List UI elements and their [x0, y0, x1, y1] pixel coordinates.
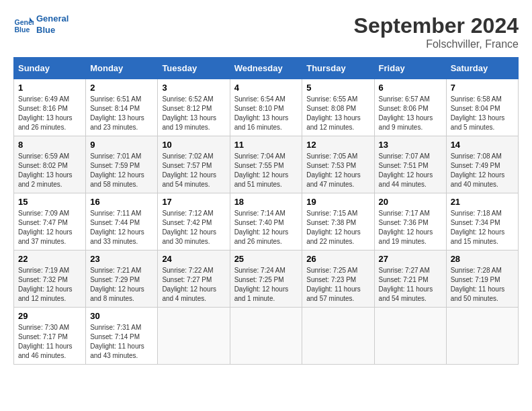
day-number-18: 18	[234, 197, 298, 207]
header: General Blue General Blue September 2024…	[13, 13, 519, 50]
day-cell-30: 30Sunrise: 7:31 AMSunset: 7:14 PMDayligh…	[86, 308, 158, 365]
day-number-29: 29	[18, 311, 81, 321]
location-title: Folschviller, France	[354, 38, 519, 50]
day-number-7: 7	[451, 83, 514, 93]
col-thursday: Thursday	[302, 58, 374, 79]
day-number-13: 13	[379, 140, 442, 150]
day-info-2: Sunrise: 6:51 AMSunset: 8:14 PMDaylight:…	[90, 95, 153, 132]
day-number-3: 3	[162, 83, 225, 93]
day-info-15: Sunrise: 7:09 AMSunset: 7:47 PMDaylight:…	[18, 209, 81, 246]
day-cell-23: 23Sunrise: 7:21 AMSunset: 7:29 PMDayligh…	[86, 250, 158, 308]
day-number-20: 20	[379, 197, 442, 207]
day-cell-4: 4Sunrise: 6:54 AMSunset: 8:10 PMDaylight…	[230, 79, 302, 136]
title-area: September 2024 Folschviller, France	[354, 13, 519, 50]
day-number-12: 12	[306, 140, 369, 150]
day-info-8: Sunrise: 6:59 AMSunset: 8:02 PMDaylight:…	[18, 152, 81, 189]
day-info-10: Sunrise: 7:02 AMSunset: 7:57 PMDaylight:…	[162, 152, 225, 189]
day-info-14: Sunrise: 7:08 AMSunset: 7:49 PMDaylight:…	[451, 152, 514, 189]
day-cell-29: 29Sunrise: 7:30 AMSunset: 7:17 PMDayligh…	[14, 308, 86, 365]
day-cell-1: 1Sunrise: 6:49 AMSunset: 8:16 PMDaylight…	[14, 79, 86, 136]
day-cell-12: 12Sunrise: 7:05 AMSunset: 7:53 PMDayligh…	[302, 136, 374, 193]
day-cell-19: 19Sunrise: 7:15 AMSunset: 7:38 PMDayligh…	[302, 193, 374, 250]
col-wednesday: Wednesday	[230, 58, 302, 79]
col-sunday: Sunday	[14, 58, 86, 79]
empty-cell	[302, 308, 374, 365]
day-info-5: Sunrise: 6:55 AMSunset: 8:08 PMDaylight:…	[306, 95, 369, 132]
day-info-7: Sunrise: 6:58 AMSunset: 8:04 PMDaylight:…	[451, 95, 514, 132]
day-number-30: 30	[90, 311, 153, 321]
day-number-1: 1	[18, 83, 81, 93]
day-number-22: 22	[18, 254, 81, 264]
day-cell-20: 20Sunrise: 7:17 AMSunset: 7:36 PMDayligh…	[374, 193, 446, 250]
day-info-11: Sunrise: 7:04 AMSunset: 7:55 PMDaylight:…	[234, 152, 298, 189]
day-number-28: 28	[451, 254, 514, 264]
day-cell-27: 27Sunrise: 7:27 AMSunset: 7:21 PMDayligh…	[374, 250, 446, 308]
day-number-24: 24	[162, 254, 225, 264]
day-number-6: 6	[379, 83, 442, 93]
day-info-3: Sunrise: 6:52 AMSunset: 8:12 PMDaylight:…	[162, 95, 225, 132]
day-cell-5: 5Sunrise: 6:55 AMSunset: 8:08 PMDaylight…	[302, 79, 374, 136]
day-info-20: Sunrise: 7:17 AMSunset: 7:36 PMDaylight:…	[379, 209, 442, 246]
svg-text:Blue: Blue	[15, 25, 30, 33]
day-number-19: 19	[306, 197, 369, 207]
day-cell-3: 3Sunrise: 6:52 AMSunset: 8:12 PMDaylight…	[158, 79, 230, 136]
day-cell-10: 10Sunrise: 7:02 AMSunset: 7:57 PMDayligh…	[158, 136, 230, 193]
day-cell-18: 18Sunrise: 7:14 AMSunset: 7:40 PMDayligh…	[230, 193, 302, 250]
day-info-30: Sunrise: 7:31 AMSunset: 7:14 PMDaylight:…	[90, 323, 153, 361]
day-info-13: Sunrise: 7:07 AMSunset: 7:51 PMDaylight:…	[379, 152, 442, 189]
day-cell-22: 22Sunrise: 7:19 AMSunset: 7:32 PMDayligh…	[14, 250, 86, 308]
day-cell-8: 8Sunrise: 6:59 AMSunset: 8:02 PMDaylight…	[14, 136, 86, 193]
calendar-header-row: Sunday Monday Tuesday Wednesday Thursday…	[14, 58, 519, 79]
day-cell-15: 15Sunrise: 7:09 AMSunset: 7:47 PMDayligh…	[14, 193, 86, 250]
day-info-1: Sunrise: 6:49 AMSunset: 8:16 PMDaylight:…	[18, 95, 81, 132]
day-info-17: Sunrise: 7:12 AMSunset: 7:42 PMDaylight:…	[162, 209, 225, 246]
col-saturday: Saturday	[446, 58, 518, 79]
day-cell-17: 17Sunrise: 7:12 AMSunset: 7:42 PMDayligh…	[158, 193, 230, 250]
day-info-18: Sunrise: 7:14 AMSunset: 7:40 PMDaylight:…	[234, 209, 298, 246]
day-number-4: 4	[234, 83, 298, 93]
day-info-26: Sunrise: 7:25 AMSunset: 7:23 PMDaylight:…	[306, 266, 369, 304]
day-info-28: Sunrise: 7:28 AMSunset: 7:19 PMDaylight:…	[451, 266, 514, 304]
day-info-16: Sunrise: 7:11 AMSunset: 7:44 PMDaylight:…	[90, 209, 153, 246]
calendar-week-3: 15Sunrise: 7:09 AMSunset: 7:47 PMDayligh…	[14, 193, 519, 250]
day-cell-11: 11Sunrise: 7:04 AMSunset: 7:55 PMDayligh…	[230, 136, 302, 193]
calendar-week-5: 29Sunrise: 7:30 AMSunset: 7:17 PMDayligh…	[14, 308, 519, 365]
day-number-16: 16	[90, 197, 153, 207]
month-title: September 2024	[354, 13, 519, 38]
logo: General Blue General Blue	[13, 13, 69, 36]
empty-cell	[446, 308, 518, 365]
col-tuesday: Tuesday	[158, 58, 230, 79]
day-info-21: Sunrise: 7:18 AMSunset: 7:34 PMDaylight:…	[451, 209, 514, 246]
calendar: Sunday Monday Tuesday Wednesday Thursday…	[13, 57, 519, 365]
day-number-14: 14	[451, 140, 514, 150]
day-info-25: Sunrise: 7:24 AMSunset: 7:25 PMDaylight:…	[234, 266, 298, 304]
day-number-9: 9	[90, 140, 153, 150]
calendar-week-2: 8Sunrise: 6:59 AMSunset: 8:02 PMDaylight…	[14, 136, 519, 193]
day-number-5: 5	[306, 83, 369, 93]
day-cell-7: 7Sunrise: 6:58 AMSunset: 8:04 PMDaylight…	[446, 79, 518, 136]
logo-icon: General Blue	[13, 15, 34, 35]
day-cell-21: 21Sunrise: 7:18 AMSunset: 7:34 PMDayligh…	[446, 193, 518, 250]
day-info-22: Sunrise: 7:19 AMSunset: 7:32 PMDaylight:…	[18, 266, 81, 304]
day-cell-28: 28Sunrise: 7:28 AMSunset: 7:19 PMDayligh…	[446, 250, 518, 308]
day-info-19: Sunrise: 7:15 AMSunset: 7:38 PMDaylight:…	[306, 209, 369, 246]
day-cell-13: 13Sunrise: 7:07 AMSunset: 7:51 PMDayligh…	[374, 136, 446, 193]
day-number-17: 17	[162, 197, 225, 207]
empty-cell	[158, 308, 230, 365]
day-info-27: Sunrise: 7:27 AMSunset: 7:21 PMDaylight:…	[379, 266, 442, 304]
day-number-27: 27	[379, 254, 442, 264]
day-info-9: Sunrise: 7:01 AMSunset: 7:59 PMDaylight:…	[90, 152, 153, 189]
day-number-2: 2	[90, 83, 153, 93]
day-info-4: Sunrise: 6:54 AMSunset: 8:10 PMDaylight:…	[234, 95, 298, 132]
day-cell-2: 2Sunrise: 6:51 AMSunset: 8:14 PMDaylight…	[86, 79, 158, 136]
day-info-6: Sunrise: 6:57 AMSunset: 8:06 PMDaylight:…	[379, 95, 442, 132]
logo-text: General Blue	[36, 13, 69, 36]
day-cell-26: 26Sunrise: 7:25 AMSunset: 7:23 PMDayligh…	[302, 250, 374, 308]
day-number-10: 10	[162, 140, 225, 150]
day-number-8: 8	[18, 140, 81, 150]
day-cell-14: 14Sunrise: 7:08 AMSunset: 7:49 PMDayligh…	[446, 136, 518, 193]
day-cell-24: 24Sunrise: 7:22 AMSunset: 7:27 PMDayligh…	[158, 250, 230, 308]
day-cell-6: 6Sunrise: 6:57 AMSunset: 8:06 PMDaylight…	[374, 79, 446, 136]
day-number-25: 25	[234, 254, 298, 264]
calendar-week-1: 1Sunrise: 6:49 AMSunset: 8:16 PMDaylight…	[14, 79, 519, 136]
